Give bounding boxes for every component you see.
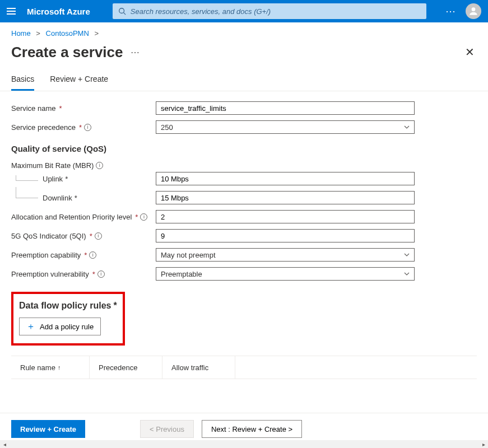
preempt-vuln-select[interactable]: Preemptable [156,267,415,281]
dfpr-highlight: Data flow policy rules * ＋ Add a policy … [11,292,125,346]
tabs: Basics Review + Create [0,70,488,91]
col-precedence[interactable]: Precedence [90,356,162,379]
svg-point-0 [119,8,124,13]
row-5qi: 5G QoS Indicator (5QI) * i [11,229,477,242]
menu-icon[interactable] [7,6,18,17]
close-button[interactable]: ✕ [463,43,477,61]
user-avatar[interactable] [466,3,481,19]
previous-button: < Previous [140,420,194,438]
info-icon[interactable]: i [96,162,103,169]
info-icon[interactable]: i [95,232,102,240]
uplink-input[interactable] [156,172,415,185]
chevron-right-icon: > [36,29,40,38]
service-name-input[interactable] [156,101,415,115]
arp-input[interactable] [156,210,415,223]
brand-label: Microsoft Azure [27,7,90,16]
add-policy-rule-button[interactable]: ＋ Add a policy rule [19,318,101,335]
form-area: Service name * Service precedence * i 25… [0,91,488,379]
chevron-down-icon [404,271,410,277]
required-marker: * [92,270,95,278]
row-arp: Allocation and Retention Priority level … [11,210,477,223]
breadcrumb-contosopmn[interactable]: ContosoPMN [46,29,89,38]
required-marker: * [135,213,138,221]
col-allow-traffic[interactable]: Allow traffic [162,356,235,379]
rules-table-header: Rule name ↑ Precedence Allow traffic [11,356,477,379]
mbr-label: Maximum Bit Rate (MBR) [11,161,94,170]
info-icon[interactable]: i [89,251,96,259]
person-icon [468,6,479,17]
scroll-left-icon[interactable]: ◂ [1,441,8,447]
top-bar: Microsoft Azure ⋯ [0,0,488,22]
info-icon[interactable]: i [84,124,91,131]
required-marker: * [65,175,68,183]
downlink-input[interactable] [156,191,415,204]
tab-review-create[interactable]: Review + Create [50,70,108,91]
row-service-name: Service name * [11,101,477,115]
required-marker: * [90,232,92,240]
required-marker: * [75,194,77,202]
service-name-label: Service name [11,104,55,113]
row-preempt-cap: Preemption capability * i May not preemp… [11,248,477,262]
info-icon[interactable]: i [140,213,147,221]
fiveqi-label: 5G QoS Indicator (5QI) [11,232,86,240]
required-marker: * [113,301,117,311]
breadcrumb: Home > ContosoPMN > [0,22,488,40]
fiveqi-input[interactable] [156,229,415,242]
page-header: Create a service ⋯ ✕ [0,40,488,70]
required-marker: * [59,104,62,113]
preempt-vuln-value: Preemptable [161,270,202,278]
sort-ascending-icon: ↑ [58,364,61,371]
required-marker: * [79,123,82,132]
preempt-cap-select[interactable]: May not preempt [156,248,415,262]
uplink-label: Uplink [43,175,63,183]
plus-icon: ＋ [26,322,35,331]
review-create-button[interactable]: Review + Create [11,420,85,438]
dfpr-title: Data flow policy rules [19,301,111,311]
preempt-vuln-label: Preemption vulnerability [11,270,89,278]
horizontal-scrollbar[interactable]: ◂ ▸ [0,440,488,448]
tab-basics[interactable]: Basics [11,70,34,91]
row-preempt-vuln: Preemption vulnerability * i Preemptable [11,267,477,281]
more-actions-button[interactable]: ⋯ [131,47,141,58]
col-rule-name[interactable]: Rule name ↑ [11,356,90,379]
info-icon[interactable]: i [97,270,105,278]
service-precedence-label: Service precedence [11,123,76,132]
row-downlink: Downlink * [11,191,477,204]
chevron-down-icon [404,252,410,258]
col-spacer [235,356,477,379]
chevron-right-icon: > [94,29,99,38]
row-mbr: Maximum Bit Rate (MBR) i [11,161,477,170]
more-icon[interactable]: ⋯ [445,5,457,17]
scroll-right-icon[interactable]: ▸ [480,441,487,447]
downlink-label: Downlink [43,194,72,202]
row-service-precedence: Service precedence * i 250 [11,120,477,134]
svg-line-1 [123,13,126,15]
search-icon [118,7,126,15]
chevron-down-icon [404,124,410,130]
search-input[interactable] [131,7,421,16]
page-title: Create a service [11,44,123,61]
global-search[interactable] [113,3,426,19]
add-policy-rule-label: Add a policy rule [40,323,94,331]
arp-label: Allocation and Retention Priority level [11,213,132,221]
service-precedence-select[interactable]: 250 [156,120,415,134]
required-marker: * [84,251,87,259]
row-uplink: Uplink * [11,172,477,185]
service-precedence-value: 250 [161,123,173,132]
preempt-cap-value: May not preempt [161,251,216,259]
next-button[interactable]: Next : Review + Create > [202,420,302,438]
qos-section-header: Quality of service (QoS) [11,144,477,153]
svg-point-2 [472,7,476,11]
breadcrumb-home[interactable]: Home [11,29,31,38]
preempt-cap-label: Preemption capability [11,251,81,259]
footer-bar: Review + Create < Previous Next : Review… [0,413,488,438]
